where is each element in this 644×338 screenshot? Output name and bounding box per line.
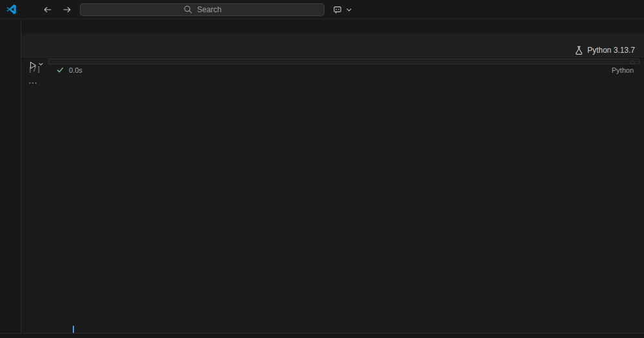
- cell-output: [21, 77, 644, 90]
- cell-execution-summary: 0.0s Python: [48, 64, 639, 75]
- output-gutter: [21, 77, 48, 90]
- workbench: Python 3.13.7: [0, 19, 644, 338]
- code-cell: 0.0s Python [7]: [21, 59, 644, 75]
- search-input[interactable]: Search: [80, 3, 325, 16]
- forward-arrow-icon[interactable]: [62, 5, 72, 15]
- cell-language-picker[interactable]: Python: [612, 66, 639, 74]
- cell-main: 0.0s Python: [48, 59, 639, 75]
- execution-time: 0.0s: [69, 66, 82, 74]
- success-check-icon: [56, 66, 64, 74]
- dataframe-table: [48, 77, 276, 90]
- status-bar: [0, 333, 644, 338]
- execution-count: [7]: [28, 64, 41, 75]
- notebook-editor: 0.0s Python [7]: [21, 57, 644, 338]
- notebook-toolbar: Python 3.13.7: [21, 44, 644, 57]
- titlebar: Search: [0, 0, 644, 19]
- cell-code-editor[interactable]: [48, 59, 639, 64]
- back-arrow-icon[interactable]: [43, 5, 53, 15]
- copilot-button[interactable]: [332, 5, 354, 15]
- cell-toolbar: [630, 61, 635, 64]
- vscode-logo-icon: [6, 4, 17, 15]
- chevron-down-icon: [344, 5, 354, 15]
- kernel-picker[interactable]: Python 3.13.7: [574, 45, 644, 55]
- search-icon: [183, 5, 193, 15]
- search-placeholder: Search: [197, 5, 222, 14]
- kernel-icon: [574, 45, 584, 55]
- breadcrumb: [21, 34, 644, 44]
- output-options-icon[interactable]: [28, 78, 38, 88]
- kernel-label: Python 3.13.7: [587, 46, 635, 55]
- editor-actions: [636, 19, 644, 34]
- copilot-icon: [332, 5, 343, 15]
- editor-column: Python 3.13.7: [21, 19, 644, 338]
- history-nav: [43, 5, 72, 15]
- activity-bar: [0, 19, 21, 338]
- tab-bar: [21, 19, 644, 34]
